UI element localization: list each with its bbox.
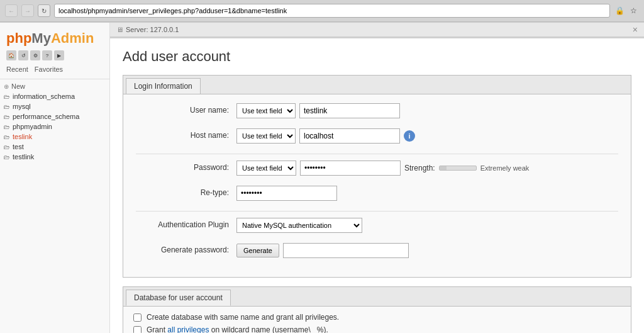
sidebar-item-label: information_schema	[13, 93, 75, 100]
sidebar: phpMyAdmin 🏠 ↺ ⚙ ? ▶ Recent Favorites ⊕ …	[0, 23, 110, 333]
retype-label: Re-type:	[136, 186, 236, 197]
server-icon: 🖥	[116, 26, 123, 33]
server-bar: 🖥 Server: 127.0.0.1 ×	[110, 23, 644, 37]
password-input[interactable]	[300, 161, 401, 176]
new-icon: ⊕	[4, 83, 9, 90]
sidebar-item-label-new: New	[11, 82, 25, 90]
help-icon[interactable]: ?	[42, 50, 52, 60]
username-type-select[interactable]: Use text field Any user	[236, 103, 296, 118]
auth-plugin-row: Authentication Plugin Native MySQL authe…	[136, 218, 618, 235]
logo-my: My	[31, 30, 51, 46]
sidebar-item-label: phpmyadmin	[13, 123, 52, 130]
strength-text: Extremely weak	[480, 164, 530, 172]
login-section-tab[interactable]: Login Information	[126, 78, 201, 94]
main-content: 🖥 Server: 127.0.0.1 × 🗄 Databases 📋 SQL …	[110, 23, 644, 333]
checkbox-row-1: Create database with same name and grant…	[133, 313, 621, 322]
auth-plugin-select[interactable]: Native MySQL authentication SHA256 passw…	[236, 218, 362, 233]
db-section-tab[interactable]: Database for user account	[126, 290, 231, 306]
password-row: Password: Use text field No password Str…	[136, 161, 618, 178]
auth-plugin-label: Authentication Plugin	[136, 218, 236, 229]
generate-password-label: Generate password:	[136, 243, 236, 254]
star-icon[interactable]: ☆	[628, 5, 639, 16]
password-controls: Use text field No password Strength: Ext…	[236, 161, 618, 176]
sidebar-item-label: teslink	[13, 133, 32, 140]
server-bar-title: 🖥 Server: 127.0.0.1	[116, 26, 179, 33]
recent-link[interactable]: Recent	[6, 65, 28, 73]
db-folder-icon: 🗁	[4, 103, 10, 110]
favorites-link[interactable]: Favorites	[35, 65, 63, 73]
strength-label: Strength:	[404, 164, 435, 172]
reload-db-icon[interactable]: ↺	[18, 50, 28, 60]
sidebar-item-label: testlink	[13, 153, 34, 161]
login-section-body: User name: Use text field Any user Host …	[123, 94, 631, 277]
lock-icon: 🔒	[614, 5, 625, 16]
db-folder-icon: 🗁	[4, 154, 10, 161]
app-logo: phpMyAdmin	[0, 25, 109, 50]
sidebar-item-teslink[interactable]: 🗁 teslink	[0, 132, 109, 142]
strength-fill	[440, 166, 447, 170]
login-section-header: Login Information	[123, 76, 631, 94]
password-label: Password:	[136, 161, 236, 172]
reload-button[interactable]: ↻	[38, 4, 50, 17]
sidebar-item-information-schema[interactable]: 🗁 information_schema	[0, 91, 109, 101]
hostname-input[interactable]	[299, 128, 400, 144]
address-bar[interactable]	[54, 4, 610, 18]
db-folder-icon: 🗁	[4, 133, 10, 140]
wildcard-grant-label: Grant all privileges on wildcard name (u…	[147, 325, 328, 333]
db-section-body: Create database with same name and grant…	[123, 307, 631, 333]
username-controls: Use text field Any user	[236, 103, 618, 118]
db-section-header: Database for user account	[123, 287, 631, 307]
logo-admin: Admin	[51, 30, 94, 46]
hostname-info-icon[interactable]: i	[404, 130, 415, 142]
sidebar-item-label: mysql	[13, 103, 31, 110]
sidebar-item-mysql[interactable]: 🗁 mysql	[0, 101, 109, 111]
sidebar-item-testlink[interactable]: 🗁 testlink	[0, 152, 109, 162]
db-folder-icon: 🗁	[4, 113, 10, 120]
strength-bar: Strength: Extremely weak	[404, 164, 529, 172]
hostname-row: Host name: Use text field Local Any host…	[136, 128, 618, 146]
username-label: User name:	[136, 103, 236, 115]
username-row: User name: Use text field Any user	[136, 103, 618, 121]
db-section: Database for user account Create databas…	[123, 286, 631, 333]
auth-plugin-controls: Native MySQL authentication SHA256 passw…	[236, 218, 618, 233]
create-db-checkbox[interactable]	[133, 313, 142, 322]
sidebar-item-new[interactable]: ⊕ New	[0, 81, 109, 91]
generate-password-row: Generate password: Generate	[136, 243, 618, 261]
settings-icon[interactable]: ⚙	[30, 50, 40, 60]
sidebar-item-label: test	[13, 143, 24, 150]
retype-controls	[236, 186, 618, 201]
logo-php: php	[6, 30, 31, 46]
create-db-label: Create database with same name and grant…	[147, 313, 339, 322]
forward-button[interactable]: →	[21, 4, 34, 17]
password-type-select[interactable]: Use text field No password	[236, 161, 296, 176]
page-title: Add user account	[123, 48, 631, 65]
home-icon[interactable]: 🏠	[6, 50, 16, 60]
generate-button[interactable]: Generate	[236, 244, 279, 257]
db-folder-icon: 🗁	[4, 93, 10, 100]
console-icon[interactable]: ▶	[54, 50, 64, 60]
hostname-controls: Use text field Local Any host i	[236, 128, 618, 144]
generated-password-input[interactable]	[283, 243, 409, 258]
page-content: Add user account Login Information User …	[110, 38, 644, 333]
server-name: Server: 127.0.0.1	[126, 26, 179, 33]
sidebar-item-phpmyadmin[interactable]: 🗁 phpmyadmin	[0, 121, 109, 132]
strength-track	[439, 166, 477, 171]
close-button[interactable]: ×	[633, 25, 638, 34]
login-section: Login Information User name: Use text fi…	[123, 75, 631, 278]
sidebar-item-performance-schema[interactable]: 🗁 performance_schema	[0, 111, 109, 121]
db-folder-icon: 🗁	[4, 144, 10, 150]
sidebar-toolbar: 🏠 ↺ ⚙ ? ▶	[0, 50, 109, 64]
wildcard-grant-checkbox[interactable]	[133, 326, 142, 334]
all-privileges-link-1[interactable]: all privileges	[167, 325, 209, 333]
retype-input[interactable]	[236, 186, 337, 201]
hostname-type-select[interactable]: Use text field Local Any host	[236, 128, 296, 144]
browser-toolbar: ← → ↻ 🔒 ☆	[0, 0, 644, 22]
sidebar-item-test[interactable]: 🗁 test	[0, 142, 109, 152]
checkbox-row-2: Grant all privileges on wildcard name (u…	[133, 325, 621, 333]
retype-row: Re-type:	[136, 186, 618, 203]
hostname-label: Host name:	[136, 128, 236, 140]
username-input[interactable]	[299, 103, 400, 118]
back-button[interactable]: ←	[5, 4, 18, 17]
sidebar-item-label: performance_schema	[13, 113, 79, 120]
generate-password-controls: Generate	[236, 243, 618, 258]
